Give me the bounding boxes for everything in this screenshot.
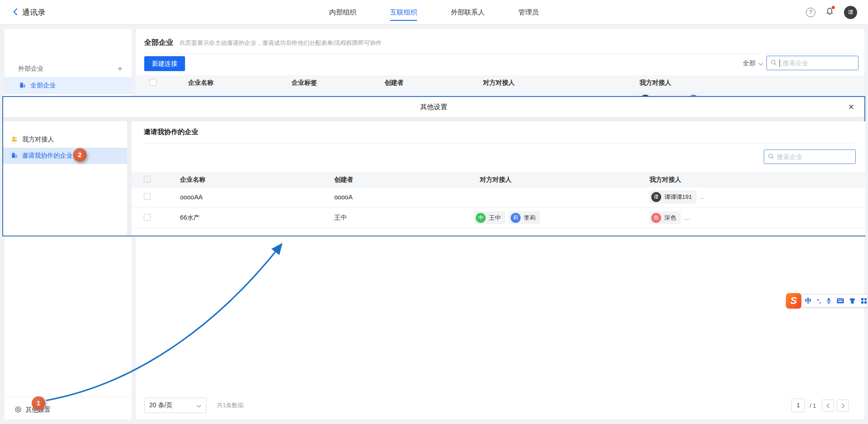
contact-name: 深色 <box>664 214 676 222</box>
enterprise-search[interactable] <box>766 56 858 70</box>
dialog-nav-our-contacts[interactable]: 我方对接人 <box>3 131 127 148</box>
sidebar-group-external-enterprise: 外部企业 + <box>5 61 132 77</box>
notification-bell-icon[interactable] <box>825 7 834 17</box>
contact-avatar: 莉 <box>511 213 521 223</box>
section-subtitle: 此页面展示你主动邀请的企业，邀请成功后给他们分配表单/流程权限即可协作 <box>180 39 382 47</box>
column-header: 企业标签 <box>292 79 385 87</box>
enterprise-name: ooooAA <box>180 193 334 201</box>
search-icon <box>768 153 774 161</box>
row-checkbox[interactable] <box>144 193 151 200</box>
building-icon <box>11 152 18 160</box>
contact-chip[interactable]: 谭 谭谭谭191 <box>649 190 697 203</box>
dialog-table-header: 企业名称 创建者 对方对接人 我方对接人 <box>132 172 865 188</box>
select-all-checkbox[interactable] <box>150 79 156 86</box>
toolbox-grid-icon[interactable] <box>861 298 867 304</box>
ime-toolbar[interactable]: S 中 °, <box>789 294 868 308</box>
contact-chip[interactable]: 莉 李莉 <box>509 211 540 224</box>
virtual-keyboard-icon[interactable] <box>837 298 844 304</box>
filter-label: 全部 <box>743 59 756 67</box>
contact-avatar: 中 <box>476 213 486 223</box>
next-page-button[interactable] <box>837 400 849 412</box>
dialog-header: 其他设置 ✕ <box>3 97 864 117</box>
contact-chip[interactable]: 中 王中 <box>474 211 505 224</box>
ime-punctuation-icon[interactable]: °, <box>817 298 821 304</box>
gear-icon <box>15 406 22 414</box>
column-header: 我方对接人 <box>649 176 865 184</box>
sidebar-item-label: 全部企业 <box>30 82 56 90</box>
more-ellipsis[interactable]: ... <box>684 214 691 221</box>
divider <box>144 53 856 54</box>
column-header: 对方对接人 <box>483 79 639 87</box>
sidebar-group-label: 外部企业 <box>18 65 44 73</box>
microphone-icon[interactable] <box>826 297 832 304</box>
creator-name: 王中 <box>334 214 474 222</box>
contact-chip[interactable]: 色 深色 <box>649 211 681 224</box>
tab-bar: 内部组织 互联组织 外部联系人 管理员 <box>0 0 868 24</box>
prev-page-button[interactable] <box>822 400 834 412</box>
tab-connected-org[interactable]: 互联组织 <box>390 0 417 24</box>
other-settings-dialog: 其他设置 ✕ 我方对接人 邀请我协作的企业 邀请我协作的企业 <box>2 96 865 236</box>
column-header: 企业名称 <box>188 79 292 87</box>
column-header: 对方对接人 <box>474 176 649 184</box>
page-number-input[interactable]: 1 <box>791 399 805 412</box>
total-count: 共1条数据 <box>217 398 244 413</box>
contact-avatar: 谭 <box>651 192 661 202</box>
row-checkbox[interactable] <box>144 214 151 221</box>
ime-chinese-mode-icon[interactable]: 中 <box>805 297 812 305</box>
contact-avatar: 色 <box>651 213 661 223</box>
dialog-title: 其他设置 <box>420 103 448 111</box>
more-ellipsis[interactable]: .. <box>700 193 704 200</box>
filter-dropdown[interactable]: 全部 <box>743 56 763 71</box>
dialog-nav-label: 邀请我协作的企业 <box>22 152 73 160</box>
table-header: 企业名称 企业标签 创建者 对方对接人 我方对接人 <box>136 75 864 91</box>
tab-internal-org[interactable]: 内部组织 <box>329 0 356 24</box>
top-bar: 通讯录 内部组织 互联组织 外部联系人 管理员 ? 谭 <box>0 0 868 24</box>
dialog-sidebar: 我方对接人 邀请我协作的企业 <box>3 121 127 236</box>
contact-name: 王中 <box>489 214 501 222</box>
tab-admin[interactable]: 管理员 <box>518 0 539 24</box>
user-avatar[interactable]: 谭 <box>844 6 857 19</box>
text-caret <box>780 59 780 67</box>
enterprise-name: 66水产 <box>180 214 334 222</box>
tab-external-contacts[interactable]: 外部联系人 <box>451 0 485 24</box>
building-icon <box>20 82 26 90</box>
table-row[interactable]: ooooAA ooooA 谭 谭谭谭191 .. <box>132 187 865 207</box>
people-icon <box>11 136 18 144</box>
page-size-label: 20 条/页 <box>149 401 172 410</box>
skin-shirt-icon[interactable] <box>849 298 856 304</box>
dialog-content: 邀请我协作的企业 企业名称 创建者 对方对接人 我方对接人 ooooAA ooo… <box>132 121 865 236</box>
sidebar-divider <box>5 397 132 397</box>
table-row[interactable]: 66水产 王中 中 王中 莉 李莉 色 深色 <box>132 207 865 228</box>
help-icon[interactable]: ? <box>806 8 815 17</box>
new-connection-button[interactable]: 新建连接 <box>144 56 185 71</box>
search-input[interactable] <box>783 59 854 67</box>
contact-name: 李莉 <box>524 214 536 222</box>
column-header: 企业名称 <box>180 176 334 184</box>
column-header: 创建者 <box>334 176 474 184</box>
column-header: 创建者 <box>385 79 483 87</box>
select-all-checkbox[interactable] <box>144 176 151 183</box>
divider <box>144 143 853 144</box>
add-external-enterprise-button[interactable]: + <box>117 64 122 74</box>
search-icon <box>770 59 777 67</box>
close-icon[interactable]: ✕ <box>848 102 854 112</box>
search-input[interactable] <box>777 153 852 160</box>
our-contacts-cell: 谭 谭谭谭191 .. <box>649 190 865 203</box>
page-size-select[interactable]: 20 条/页 <box>144 398 206 413</box>
dialog-enterprise-search[interactable] <box>764 149 856 164</box>
notification-dot <box>832 6 835 9</box>
dialog-section-heading: 邀请我协作的企业 <box>144 128 198 136</box>
contact-name: 谭谭谭191 <box>664 193 692 201</box>
chevron-down-icon <box>758 60 763 67</box>
chevron-down-icon <box>196 402 201 409</box>
creator-name: ooooA <box>334 193 474 201</box>
column-header: 我方对接人 <box>639 79 864 87</box>
dialog-nav-inviting-enterprises[interactable]: 邀请我协作的企业 <box>3 148 127 164</box>
top-right-actions: ? 谭 <box>806 0 857 24</box>
annotation-badge-1: 1 <box>32 396 45 410</box>
sidebar-item-all-enterprises[interactable]: 全部企业 <box>5 77 132 94</box>
sidebar-item-other-settings[interactable]: 其他设置 <box>5 400 132 419</box>
dialog-nav-label: 我方对接人 <box>22 135 54 144</box>
page-total-label: / 1 <box>809 399 816 412</box>
sogou-logo-icon[interactable]: S <box>786 293 801 308</box>
